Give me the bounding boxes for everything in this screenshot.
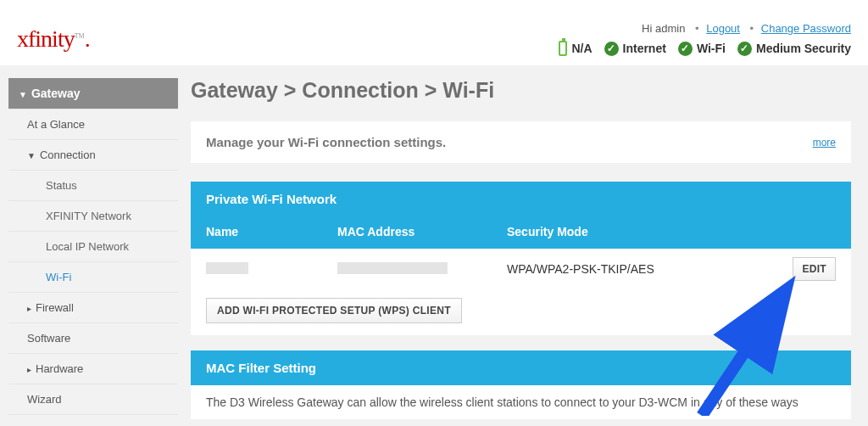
- cell-security: WPA/WPA2-PSK-TKIP/AES: [507, 262, 793, 276]
- sidebar-item-local-ip-network[interactable]: Local IP Network: [8, 232, 178, 262]
- greeting-text: Hi admin: [642, 22, 685, 35]
- col-mac: MAC Address: [337, 225, 507, 238]
- caret-down-icon: ▼: [27, 151, 36, 160]
- caret-down-icon: ▼: [19, 90, 27, 99]
- check-icon: ✓: [737, 42, 752, 56]
- mac-filter-panel: MAC Filter Setting The D3 Wireless Gatew…: [191, 350, 851, 419]
- sidebar-item-hardware[interactable]: ▸Hardware: [8, 354, 178, 384]
- sidebar-item-status[interactable]: Status: [8, 171, 178, 201]
- header: xfinityTM. Hi admin • Logout • Change Pa…: [0, 0, 868, 65]
- panel-header: Private Wi-Fi Network: [191, 182, 851, 216]
- status-battery: N/A: [559, 41, 592, 56]
- edit-button[interactable]: EDIT: [793, 257, 836, 281]
- table-row: WPA/WPA2-PSK-TKIP/AES EDIT: [191, 249, 851, 289]
- cell-mac: [337, 262, 507, 277]
- col-name: Name: [206, 225, 337, 238]
- status-security: ✓ Medium Security: [737, 42, 851, 56]
- caret-right-icon: ▸: [27, 365, 31, 374]
- col-security: Security Mode: [507, 225, 836, 238]
- filter-description: The D3 Wireless Gateway can allow the wi…: [191, 385, 851, 419]
- table-header: Name MAC Address Security Mode: [191, 216, 851, 249]
- sidebar-item-firewall[interactable]: ▸Firewall: [8, 293, 178, 323]
- page-title: Gateway > Connection > Wi-Fi: [191, 78, 851, 103]
- sidebar-item-connection[interactable]: ▼Connection: [8, 140, 178, 171]
- more-link[interactable]: more: [813, 137, 836, 149]
- sidebar: ▼Gateway At a Glance ▼Connection Status …: [8, 78, 178, 426]
- sidebar-item-software[interactable]: Software: [8, 323, 178, 354]
- check-icon: ✓: [678, 42, 693, 56]
- sidebar-item-wizard[interactable]: Wizard: [8, 384, 178, 415]
- description-box: Manage your Wi-Fi connection settings. m…: [191, 121, 851, 163]
- check-icon: ✓: [604, 42, 619, 56]
- panel-header: MAC Filter Setting: [191, 350, 851, 385]
- private-wifi-panel: Private Wi-Fi Network Name MAC Address S…: [191, 182, 851, 335]
- battery-icon: [559, 41, 567, 56]
- sidebar-item-wifi[interactable]: Wi-Fi: [8, 262, 178, 293]
- logout-link[interactable]: Logout: [706, 22, 740, 35]
- status-bar: N/A ✓ Internet ✓ Wi-Fi ✓ Medium Security: [559, 41, 851, 56]
- sidebar-item-at-a-glance[interactable]: At a Glance: [8, 109, 178, 140]
- caret-right-icon: ▸: [27, 304, 31, 313]
- change-password-link[interactable]: Change Password: [761, 22, 851, 35]
- sidebar-item-gateway[interactable]: ▼Gateway: [8, 78, 178, 109]
- main-content: Gateway > Connection > Wi-Fi Manage your…: [191, 78, 860, 426]
- cell-name: [206, 262, 337, 277]
- add-wps-client-button[interactable]: ADD WI-FI PROTECTED SETUP (WPS) CLIENT: [206, 298, 462, 323]
- description-text: Manage your Wi-Fi connection settings.: [206, 135, 446, 149]
- status-internet: ✓ Internet: [604, 42, 666, 56]
- xfinity-logo: xfinityTM.: [17, 25, 90, 53]
- sidebar-item-xfinity-network[interactable]: XFINITY Network: [8, 201, 178, 232]
- status-wifi: ✓ Wi-Fi: [678, 42, 726, 56]
- top-links: Hi admin • Logout • Change Password: [642, 22, 851, 35]
